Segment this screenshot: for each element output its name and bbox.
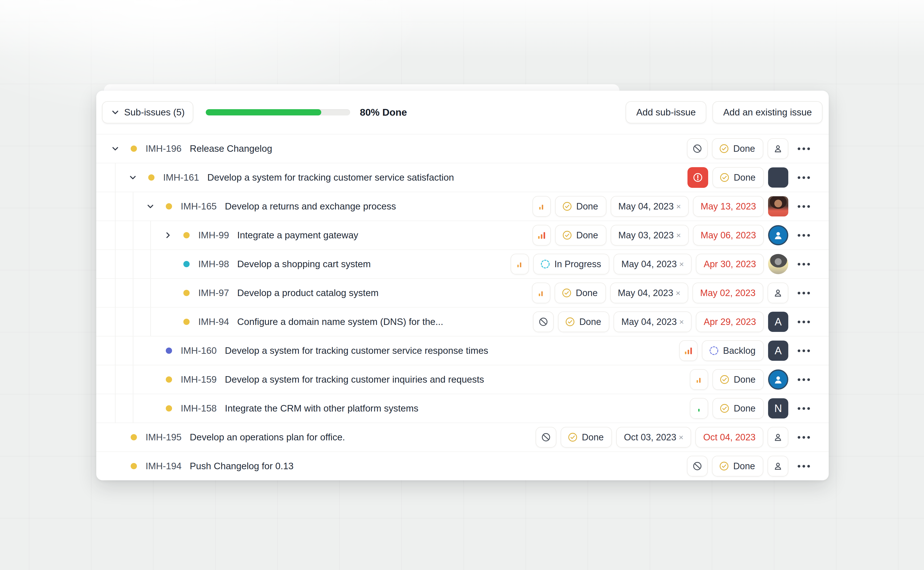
due-date-chip[interactable]: Apr 30, 2023 xyxy=(696,254,764,274)
chevron-right-icon[interactable] xyxy=(159,231,177,239)
issue-row[interactable]: IMH-160 Develop a system for tracking cu… xyxy=(96,336,829,365)
row-menu-button[interactable] xyxy=(793,254,815,274)
in-progress-status-icon xyxy=(540,259,551,270)
issue-status-dot xyxy=(183,290,190,296)
assignee-unassigned-button[interactable] xyxy=(767,427,788,447)
medium-priority-chip[interactable] xyxy=(690,369,708,390)
clear-date-button[interactable]: × xyxy=(679,317,684,326)
assignee-avatar[interactable]: A xyxy=(768,312,788,332)
row-menu-button[interactable] xyxy=(793,225,815,245)
issue-row[interactable]: IMH-158 Integrate the CRM with other pla… xyxy=(96,394,829,423)
issue-row-left: IMH-94 Configure a domain name system (D… xyxy=(96,317,443,327)
due-date-label: May 13, 2023 xyxy=(701,201,756,211)
low-priority-chip[interactable] xyxy=(690,398,708,419)
issue-row-right: Done xyxy=(687,138,829,159)
assignee-avatar[interactable] xyxy=(768,225,788,245)
start-date-chip[interactable]: May 04, 2023× xyxy=(614,311,692,332)
status-chip[interactable]: Done xyxy=(555,225,606,245)
no-priority-chip[interactable] xyxy=(687,456,708,477)
row-menu-button[interactable] xyxy=(793,398,815,419)
status-chip[interactable]: Backlog xyxy=(702,340,764,361)
issue-code: IMH-97 xyxy=(198,288,229,298)
high-priority-icon xyxy=(683,345,694,356)
due-date-chip[interactable]: Oct 04, 2023 xyxy=(695,427,763,447)
start-date-chip[interactable]: May 04, 2023× xyxy=(614,254,692,274)
urgent-priority-icon xyxy=(692,172,704,183)
status-label: Done xyxy=(576,201,598,211)
start-date-chip[interactable]: May 03, 2023× xyxy=(611,225,689,245)
assignee-unassigned-button[interactable] xyxy=(767,456,788,477)
status-chip[interactable]: In Progress xyxy=(533,254,609,274)
medium-priority-chip[interactable] xyxy=(533,196,551,217)
row-menu-button[interactable] xyxy=(793,283,815,303)
chevron-down-icon[interactable] xyxy=(124,173,141,182)
row-menu-button[interactable] xyxy=(793,311,815,332)
issue-row[interactable]: IMH-165 Develop a returns and exchange p… xyxy=(96,192,829,221)
urgent-priority-button[interactable] xyxy=(688,167,708,188)
issue-row-right: DoneMay 04, 2023×Apr 29, 2023A xyxy=(533,311,829,332)
issue-row[interactable]: IMH-161 Develop a system for tracking cu… xyxy=(96,163,829,192)
status-chip[interactable]: Done xyxy=(712,138,763,159)
status-chip[interactable]: Done xyxy=(712,369,764,390)
status-chip[interactable]: Done xyxy=(558,311,609,332)
issue-row-right: Done xyxy=(690,369,829,390)
assignee-avatar[interactable] xyxy=(768,196,788,216)
status-label: Backlog xyxy=(723,346,755,356)
assignee-unassigned-button[interactable] xyxy=(767,283,788,303)
issue-row[interactable]: IMH-94 Configure a domain name system (D… xyxy=(96,307,829,336)
status-chip[interactable]: Done xyxy=(712,167,764,188)
assignee-avatar[interactable] xyxy=(768,167,788,188)
issue-row[interactable]: IMH-196 Release Changelog Done xyxy=(96,134,829,163)
start-date-chip[interactable]: May 04, 2023× xyxy=(611,196,689,217)
status-chip[interactable]: Done xyxy=(712,398,764,419)
row-menu-button[interactable] xyxy=(793,427,815,447)
row-menu-button[interactable] xyxy=(793,340,815,361)
assignee-avatar[interactable] xyxy=(768,369,788,390)
no-priority-chip[interactable] xyxy=(536,427,556,447)
clear-date-button[interactable]: × xyxy=(676,288,680,298)
issue-row[interactable]: IMH-195 Develop an operations plan for o… xyxy=(96,423,829,451)
due-date-chip[interactable]: May 02, 2023 xyxy=(692,283,763,303)
clear-date-button[interactable]: × xyxy=(679,259,684,269)
status-chip[interactable]: Done xyxy=(712,456,763,477)
no-priority-chip[interactable] xyxy=(533,311,554,332)
row-menu-button[interactable] xyxy=(793,369,815,390)
row-menu-button[interactable] xyxy=(793,167,815,188)
high-priority-chip[interactable] xyxy=(533,225,551,245)
start-date-chip[interactable]: May 04, 2023× xyxy=(610,283,688,303)
medium-priority-chip[interactable] xyxy=(511,254,529,274)
row-menu-button[interactable] xyxy=(793,456,815,477)
clear-date-button[interactable]: × xyxy=(676,202,681,211)
assignee-unassigned-button[interactable] xyxy=(767,138,788,159)
add-sub-issue-button[interactable]: Add sub-issue xyxy=(626,101,706,123)
no-priority-chip[interactable] xyxy=(687,138,708,159)
issue-row[interactable]: IMH-159 Develop a system for tracking cu… xyxy=(96,365,829,394)
start-date-chip[interactable]: Oct 03, 2023× xyxy=(616,427,691,447)
status-chip[interactable]: Done xyxy=(555,283,606,303)
done-status-icon xyxy=(719,172,730,183)
due-date-chip[interactable]: May 06, 2023 xyxy=(693,225,764,245)
assignee-avatar[interactable]: N xyxy=(768,398,788,418)
due-date-label: Oct 04, 2023 xyxy=(703,432,755,443)
status-chip[interactable]: Done xyxy=(555,196,606,217)
issue-row[interactable]: IMH-99 Integrate a payment gateway DoneM… xyxy=(96,221,829,250)
collapse-sub-issues-button[interactable]: Sub-issues (5) xyxy=(102,101,193,123)
chevron-down-icon[interactable] xyxy=(142,202,159,211)
row-menu-button[interactable] xyxy=(793,196,815,217)
high-priority-chip[interactable] xyxy=(679,340,698,361)
assignee-avatar[interactable] xyxy=(768,254,788,274)
row-menu-button[interactable] xyxy=(793,138,815,159)
assignee-avatar[interactable]: A xyxy=(768,340,788,361)
issue-row-right: BacklogA xyxy=(679,340,829,361)
issue-row[interactable]: IMH-98 Develop a shopping cart system In… xyxy=(96,250,829,278)
medium-priority-chip[interactable] xyxy=(532,283,550,303)
due-date-chip[interactable]: Apr 29, 2023 xyxy=(696,311,764,332)
clear-date-button[interactable]: × xyxy=(676,231,681,240)
issue-row[interactable]: IMH-194 Push Changelog for 0.13 Done xyxy=(96,451,829,480)
add-existing-issue-button[interactable]: Add an existing issue xyxy=(712,101,823,123)
issue-row[interactable]: IMH-97 Develop a product catalog system … xyxy=(96,278,829,307)
clear-date-button[interactable]: × xyxy=(679,433,684,442)
chevron-down-icon[interactable] xyxy=(107,144,124,153)
status-chip[interactable]: Done xyxy=(561,427,612,447)
due-date-chip[interactable]: May 13, 2023 xyxy=(693,196,764,217)
